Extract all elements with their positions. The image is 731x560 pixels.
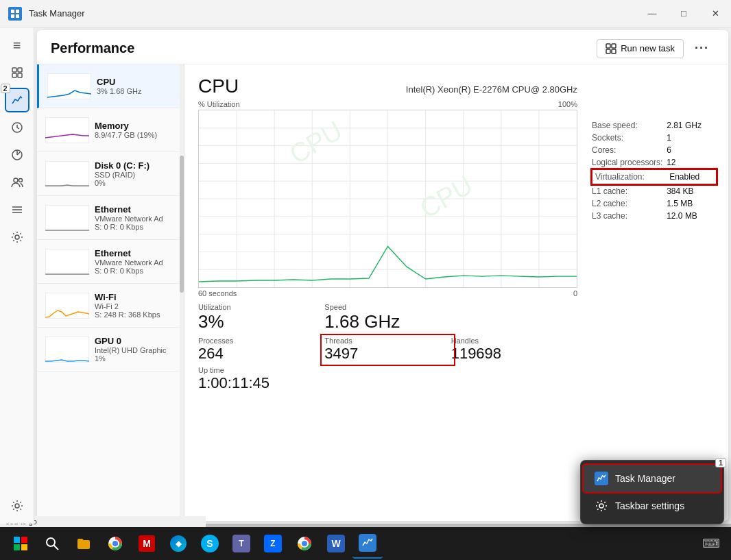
word-icon: W — [327, 535, 345, 552]
svg-rect-27 — [45, 249, 89, 275]
l3-val: 12.0 MB — [667, 210, 717, 222]
memory-name: Memory — [95, 121, 157, 131]
l3-row: L3 cache: 12.0 MB — [592, 210, 717, 222]
resource-item-ethernet1[interactable]: Ethernet VMware Network Ad S: 0 R: 0 Kbp… — [37, 196, 184, 240]
eth2-info: Ethernet VMware Network Ad S: 0 R: 0 Kbp… — [95, 248, 163, 275]
uptime-value: 1:00:11:45 — [198, 374, 577, 392]
maximize-button[interactable]: □ — [668, 3, 699, 25]
l2-val: 1.5 MB — [667, 197, 717, 210]
sidebar: ≡ 2 — [0, 27, 34, 524]
speed-label: Speed — [324, 303, 451, 311]
sidebar-item-startup[interactable] — [5, 143, 29, 167]
l2-key: L2 cache: — [592, 197, 667, 210]
windows-icon — [12, 535, 29, 552]
memory-detail: 8.9/47.7 GB (19%) — [95, 131, 157, 139]
performance-badge: 2 — [1, 84, 10, 93]
sockets-key: Sockets: — [592, 132, 667, 144]
start-button[interactable] — [5, 528, 36, 559]
cpu-info-panel: Base speed: 2.81 GHz Sockets: 1 Cores: 6… — [591, 64, 728, 521]
virtualization-row: Virtualization: Enabled — [592, 169, 717, 184]
run-task-icon — [606, 43, 616, 54]
cpu-detail-panel: CPU Intel(R) Xeon(R) E-2276M CPU@ 2.80GH… — [184, 64, 591, 521]
search-icon — [45, 536, 60, 551]
minimize-button[interactable]: — — [636, 3, 668, 25]
svg-text:CPU: CPU — [285, 115, 346, 170]
sidebar-item-performance[interactable]: 2 — [5, 88, 29, 112]
speed-value: 1.68 GHz — [324, 311, 451, 332]
resource-list: CPU 3% 1.68 GHz Memory 8.9/47.7 GB ( — [37, 64, 184, 521]
teams-button[interactable]: T — [226, 528, 256, 559]
svg-rect-7 — [18, 73, 22, 77]
svg-point-18 — [15, 504, 19, 508]
context-settings-icon — [595, 499, 608, 513]
cpu-info: CPU 3% 1.68 GHz — [97, 77, 141, 95]
svg-point-54 — [47, 538, 55, 546]
close-button[interactable]: ✕ — [699, 3, 731, 25]
cortana-button[interactable]: ◆ — [163, 528, 193, 559]
wifi-info: Wi-Fi Wi-Fi 2 S: 248 R: 368 Kbps — [95, 292, 160, 319]
svg-point-17 — [15, 235, 19, 239]
sidebar-item-services[interactable] — [5, 225, 29, 249]
base-speed-key: Base speed: — [592, 119, 667, 132]
context-badge-1: 1 — [715, 458, 726, 467]
eth1-detail1: VMware Network Ad — [95, 215, 163, 223]
min-label: 0 — [573, 289, 577, 297]
zalo-button[interactable]: Z — [258, 528, 288, 559]
svg-rect-2 — [11, 14, 14, 18]
virt-key: Virtualization: — [592, 169, 667, 184]
resource-item-memory[interactable]: Memory 8.9/47.7 GB (19%) — [37, 108, 184, 152]
threads-label: Threads — [324, 337, 451, 345]
chrome2-button[interactable] — [289, 528, 320, 559]
skype-button[interactable]: S — [195, 528, 225, 559]
files-button[interactable] — [69, 528, 99, 559]
svg-rect-0 — [11, 10, 14, 13]
memory-mini-graph — [45, 117, 89, 143]
cpu-mini-graph — [47, 73, 91, 99]
resource-item-gpu[interactable]: GPU 0 Intel(R) UHD Graphic 1% — [37, 328, 184, 372]
resource-item-cpu[interactable]: CPU 3% 1.68 GHz — [37, 64, 184, 108]
mcafee-button[interactable]: M — [132, 528, 162, 559]
context-taskmanager-label: Task Manager — [615, 473, 675, 484]
more-options-button[interactable]: ··· — [689, 38, 715, 58]
sidebar-hamburger[interactable]: ≡ — [5, 33, 29, 58]
svg-rect-23 — [47, 73, 91, 99]
utilization-label: Utilization — [198, 303, 324, 311]
logical-key: Logical processors: — [592, 156, 667, 169]
resource-item-ethernet2[interactable]: Ethernet VMware Network Ad S: 0 R: 0 Kbp… — [37, 240, 184, 284]
sidebar-item-users[interactable] — [5, 170, 29, 195]
sidebar-item-history[interactable] — [5, 115, 29, 140]
tray-icons[interactable]: ⌨ — [697, 536, 726, 551]
context-menu-item-taskbarsettings[interactable]: Taskbar settings — [584, 492, 721, 520]
svg-rect-4 — [12, 68, 16, 72]
base-speed-row: Base speed: 2.81 GHz — [592, 119, 717, 132]
word-button[interactable]: W — [321, 528, 351, 559]
svg-point-57 — [112, 541, 118, 546]
context-menu-item-taskmanager[interactable]: Task Manager 1 — [584, 465, 721, 492]
util-label: % Utilization — [198, 100, 240, 108]
disk-detail1: SSD (RAID) — [95, 171, 149, 179]
resource-item-disk[interactable]: Disk 0 (C: F:) SSD (RAID) 0% — [37, 152, 184, 196]
scrollbar-thumb[interactable] — [180, 156, 184, 293]
scrollbar-track[interactable] — [180, 64, 184, 521]
taskbar: M ◆ S T Z W — [0, 527, 731, 560]
eth1-mini-graph — [45, 205, 89, 231]
search-button[interactable] — [37, 528, 67, 559]
virt-val: Enabled — [667, 169, 717, 184]
sidebar-item-details[interactable] — [5, 197, 29, 222]
memory-info: Memory 8.9/47.7 GB (19%) — [95, 121, 157, 139]
run-new-task-button[interactable]: Run new task — [597, 39, 684, 58]
gpu-detail2: 1% — [95, 354, 167, 363]
eth2-mini-graph — [45, 249, 89, 275]
sidebar-item-processes[interactable] — [5, 60, 29, 85]
taskbar-taskmanager[interactable] — [352, 528, 383, 559]
svg-rect-1 — [16, 10, 19, 13]
resource-item-wifi[interactable]: Wi-Fi Wi-Fi 2 S: 248 R: 368 Kbps — [37, 284, 184, 328]
files-icon — [76, 536, 91, 551]
skype-icon: S — [201, 535, 219, 552]
wifi-detail1: Wi-Fi 2 — [95, 302, 160, 311]
chrome-button[interactable] — [100, 528, 130, 559]
chrome-icon — [107, 535, 123, 552]
sidebar-settings[interactable] — [5, 494, 29, 518]
disk-mini-graph — [45, 161, 89, 187]
cores-key: Cores: — [592, 144, 667, 156]
